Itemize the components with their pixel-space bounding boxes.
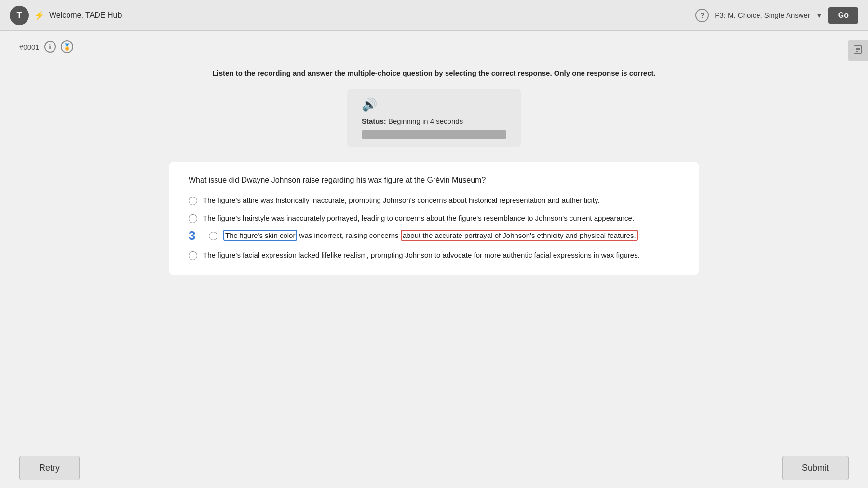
help-icon[interactable]: ? [695,9,709,22]
option-radio-3[interactable] [209,232,217,240]
header-left: T ⚡ Welcome, TADE Hub [10,6,695,25]
dropdown-chevron-icon[interactable]: ▼ [816,12,823,19]
question-text: What issue did Dwayne Johnson raise rega… [189,176,679,185]
option-row-3: 3 The figure's skin color was incorrect,… [189,230,679,243]
audio-status-label: Status: [362,117,386,125]
option-row-2: The figure's hairstyle was inaccurately … [189,213,679,224]
option-radio-2[interactable] [189,214,197,223]
highlight-blue-text: The figure's skin color [223,230,297,241]
audio-player: 🔊 Status: Beginning in 4 seconds [347,89,521,147]
audio-status-value: Beginning in 4 seconds [388,117,463,125]
highlight-red-text: about the accurate portrayal of Johnson'… [401,230,638,241]
divider [19,59,849,59]
info-icon[interactable]: ℹ [44,41,56,53]
header-right: ? P3: M. Choice, Single Answer ▼ Go [695,7,858,24]
audio-icon: 🔊 [362,97,377,112]
option-radio-4[interactable] [189,251,197,260]
footer: Retry Submit [0,448,868,488]
edit-panel[interactable] [848,40,868,61]
options-list: The figure's attire was historically ina… [189,195,679,261]
option-number-3: 3 [189,228,203,243]
question-box: What issue did Dwayne Johnson raise rega… [169,162,699,275]
option-text-4: The figure's facial expression lacked li… [203,250,640,261]
welcome-text: Welcome, TADE Hub [49,11,122,20]
question-type-label: P3: M. Choice, Single Answer [715,11,810,19]
header: T ⚡ Welcome, TADE Hub ? P3: M. Choice, S… [0,0,868,31]
avatar: T [10,6,29,25]
retry-button[interactable]: Retry [19,456,80,480]
option-text-2: The figure's hairstyle was inaccurately … [203,213,634,224]
audio-status: Status: Beginning in 4 seconds [362,117,463,125]
option-row-4: The figure's facial expression lacked li… [189,250,679,261]
question-meta: #0001 ℹ 🏅 [19,40,849,53]
submit-button[interactable]: Submit [782,456,849,480]
option-text-3: The figure's skin color was incorrect, r… [223,230,638,241]
main-content: #0001 ℹ 🏅 Listen to the recording and an… [0,31,868,448]
option-radio-1[interactable] [189,197,197,205]
edit-icon [853,44,863,55]
instruction-text: Listen to the recording and answer the m… [19,69,849,77]
option-text-3-middle: was incorrect, raising concerns [297,231,400,239]
go-button[interactable]: Go [828,7,858,24]
audio-progress-bar[interactable] [362,130,506,139]
badge-icon[interactable]: 🏅 [61,40,73,53]
question-number: #0001 [19,43,40,51]
option-row-1: The figure's attire was historically ina… [189,195,679,206]
option-text-1: The figure's attire was historically ina… [203,195,600,206]
lightning-icon: ⚡ [34,10,44,21]
